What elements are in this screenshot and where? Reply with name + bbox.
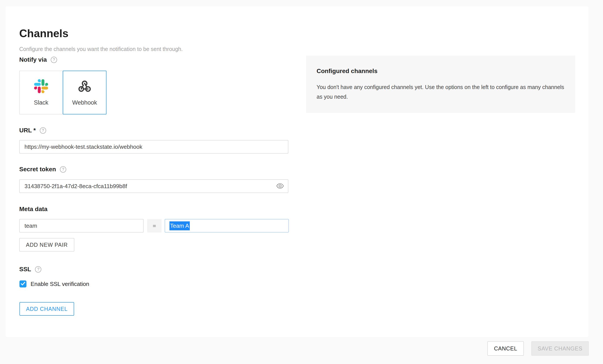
slack-icon (34, 79, 48, 94)
eye-icon (276, 183, 284, 189)
cancel-button[interactable]: CANCEL (487, 341, 524, 356)
meta-data-pair-row: = Team A (19, 219, 289, 233)
configured-channels-title: Configured channels (317, 67, 565, 75)
selected-text: Team A (169, 221, 190, 230)
save-changes-button[interactable]: SAVE CHANGES (531, 341, 589, 356)
configured-channels-panel: Configured channels You don't have any c… (306, 56, 575, 113)
checkmark-icon (20, 280, 26, 288)
notify-via-label-row: Notify via ? (19, 56, 57, 64)
meta-value-input[interactable]: Team A (165, 219, 289, 233)
help-icon[interactable]: ? (35, 266, 41, 272)
help-icon[interactable]: ? (40, 127, 46, 134)
secret-token-label-row: Secret token ? (19, 165, 66, 173)
add-new-pair-button[interactable]: ADD NEW PAIR (19, 238, 74, 252)
ssl-checkbox-label: Enable SSL verification (31, 281, 89, 287)
webhook-icon (78, 79, 92, 94)
ssl-verification-row: Enable SSL verification (20, 281, 89, 287)
equals-sign: = (147, 219, 162, 233)
meta-data-label: Meta data (19, 206, 47, 213)
meta-key-input[interactable] (19, 219, 144, 233)
secret-token-field (19, 179, 288, 193)
help-icon[interactable]: ? (51, 57, 57, 63)
help-icon[interactable]: ? (60, 166, 66, 173)
url-label-row: URL * ? (19, 127, 46, 134)
channels-card: Channels Configure the channels you want… (5, 6, 589, 337)
secret-token-label: Secret token (19, 166, 56, 173)
ssl-label: SSL (19, 266, 31, 273)
add-channel-button[interactable]: ADD CHANNEL (20, 302, 74, 316)
url-input[interactable] (19, 140, 288, 153)
notifications-channels-screen: { "header": { "title": "Channels", "subt… (0, 0, 603, 364)
channel-option-slack[interactable]: Slack (19, 71, 63, 114)
meta-data-label-row: Meta data (19, 205, 47, 213)
toggle-secret-visibility-button[interactable] (276, 183, 284, 189)
url-label: URL * (19, 127, 36, 134)
slack-option-label: Slack (34, 99, 48, 106)
notify-via-options: Slack Webhook (19, 71, 106, 114)
ssl-verification-checkbox[interactable] (20, 281, 26, 287)
configured-channels-body: You don't have any configured channels y… (317, 82, 565, 102)
page-subtitle: Configure the channels you want the noti… (19, 45, 183, 53)
webhook-option-label: Webhook (72, 99, 97, 106)
secret-token-input[interactable] (19, 179, 288, 193)
page-title: Channels (19, 27, 69, 40)
channel-option-webhook[interactable]: Webhook (63, 71, 106, 114)
ssl-label-row: SSL ? (19, 265, 41, 273)
notify-via-label: Notify via (19, 56, 47, 63)
